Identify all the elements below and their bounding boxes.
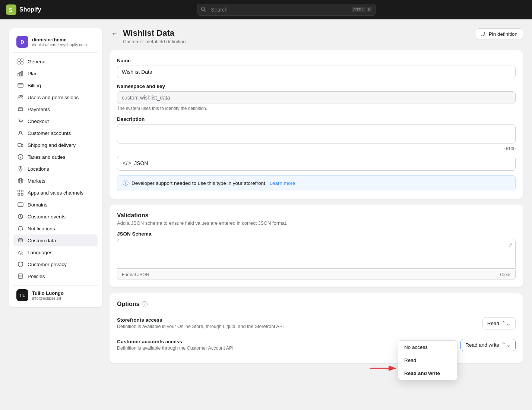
svg-point-20	[19, 146, 19, 147]
main-content: ← Wishlist Data Customer metafield defin…	[110, 28, 523, 401]
nav-apps[interactable]: Apps and sales channels	[13, 187, 98, 199]
description-input[interactable]	[117, 124, 516, 144]
clear-json-button[interactable]: Clear	[500, 272, 511, 277]
pin-button-label: Pin definition	[489, 31, 517, 37]
billing-icon	[17, 82, 24, 89]
customer-events-label: Customer events	[28, 214, 66, 220]
svg-text:文: 文	[20, 251, 23, 255]
nav-plan[interactable]: Plan	[13, 67, 98, 79]
nav-domains[interactable]: Domains	[13, 199, 98, 211]
general-icon	[17, 58, 24, 65]
nav-users[interactable]: Users and permissions	[13, 91, 98, 103]
custom-data-icon	[17, 237, 24, 244]
type-row: </> JSON	[117, 156, 516, 171]
svg-rect-29	[21, 190, 23, 192]
nav-customer-privacy[interactable]: Customer privacy	[13, 258, 98, 270]
json-schema-input[interactable]	[117, 239, 516, 269]
nav-taxes[interactable]: $ Taxes and duties	[13, 151, 98, 163]
dropdown-read-write[interactable]: Read and write	[398, 367, 457, 380]
nav-policies[interactable]: Policies	[13, 270, 98, 282]
ctrl-key: CTRL	[352, 7, 365, 12]
storefronts-select[interactable]: Read ⌃⌄	[482, 317, 516, 329]
users-label: Users and permissions	[28, 95, 79, 100]
options-card: Options i Storefronts access Definition …	[110, 293, 523, 363]
locations-label: Locations	[28, 166, 49, 172]
pin-icon	[481, 32, 487, 37]
name-input[interactable]	[117, 66, 516, 78]
nav-locations[interactable]: Locations	[13, 163, 98, 175]
info-banner: ⓘ Developer support needed to use this t…	[117, 175, 516, 191]
customer-accounts-icon	[17, 130, 24, 136]
users-icon	[17, 94, 24, 101]
nav-general[interactable]: General	[13, 56, 98, 67]
policies-label: Policies	[28, 274, 45, 279]
svg-rect-19	[18, 144, 21, 146]
dropdown-menu: No access Read Read and write	[398, 340, 457, 380]
expand-icon[interactable]: ⤢	[508, 242, 513, 248]
learn-more-link[interactable]: Learn more	[269, 180, 295, 186]
validations-desc: Add a JSON schema to ensure field values…	[117, 220, 516, 226]
languages-icon: A文	[17, 249, 24, 256]
policies-icon	[17, 273, 24, 280]
dropdown-read[interactable]: Read	[398, 354, 457, 367]
info-text: Developer support needed to use this typ…	[132, 180, 266, 186]
namespace-hint: The system uses this to identify the def…	[117, 106, 516, 111]
options-title: Options	[117, 301, 139, 308]
format-json-label[interactable]: Format JSON	[122, 272, 149, 277]
nav-checkout[interactable]: Checkout	[13, 115, 98, 127]
brand-logo: S shopify	[6, 4, 41, 15]
notifications-icon	[17, 225, 24, 232]
nav-languages[interactable]: A文 Languages	[13, 246, 98, 258]
svg-rect-30	[18, 193, 20, 195]
store-info: dionisio-theme dionisio-theme.myshopify.…	[32, 37, 95, 47]
validations-title: Validations	[117, 212, 516, 219]
k-key: K	[367, 7, 372, 12]
back-button[interactable]: ←	[110, 29, 119, 38]
red-arrow-icon	[370, 363, 400, 373]
storefronts-access-row: Storefronts access Definition is availab…	[117, 313, 516, 334]
storefronts-desc: Definition is available in your Online S…	[117, 324, 482, 329]
json-footer: Format JSON Clear	[117, 270, 516, 280]
billing-label: Billing	[28, 83, 41, 88]
domains-label: Domains	[28, 202, 47, 208]
payments-icon	[17, 106, 24, 113]
char-count: 0/100	[117, 146, 516, 151]
namespace-input[interactable]	[117, 91, 516, 104]
json-schema-wrap: ⤢	[117, 239, 516, 270]
nav-custom-data[interactable]: Custom data	[13, 234, 98, 246]
customer-privacy-label: Customer privacy	[28, 262, 67, 267]
name-namespace-card: Name Namespace and key The system uses t…	[110, 50, 523, 199]
customer-accounts-label: Customer accounts	[28, 130, 71, 136]
pin-definition-button[interactable]: Pin definition	[476, 28, 523, 40]
schema-label: JSON Schema	[117, 231, 516, 237]
nav-notifications[interactable]: Notifications	[13, 223, 98, 234]
taxes-icon: $	[17, 154, 24, 160]
options-title-row: Options i	[117, 301, 516, 308]
svg-line-3	[205, 10, 206, 12]
checkout-icon	[17, 118, 24, 124]
storefronts-value: Read	[487, 321, 499, 326]
custom-data-label: Custom data	[28, 238, 56, 243]
search-bar[interactable]: CTRL K	[197, 4, 376, 16]
svg-text:S: S	[9, 7, 12, 13]
customer-events-icon	[17, 213, 24, 220]
name-label: Name	[117, 58, 516, 63]
nav-billing[interactable]: Billing	[13, 79, 98, 91]
nav-customer-accounts[interactable]: Customer accounts	[13, 127, 98, 139]
nav-markets[interactable]: Markets	[13, 175, 98, 187]
svg-rect-10	[22, 71, 23, 76]
notifications-label: Notifications	[28, 226, 55, 231]
store-name: dionisio-theme	[32, 37, 95, 42]
namespace-label: Namespace and key	[117, 83, 516, 89]
sidebar: D dionisio-theme dionisio-theme.myshopif…	[9, 28, 102, 307]
dropdown-no-access[interactable]: No access	[398, 341, 457, 354]
svg-point-16	[20, 123, 21, 123]
customer-accounts-select[interactable]: Read and write ⌃⌄	[460, 339, 516, 351]
nav-payments[interactable]: Payments	[13, 103, 98, 115]
nav-shipping[interactable]: Shipping and delivery	[13, 139, 98, 151]
page-header-left: ← Wishlist Data Customer metafield defin…	[110, 28, 186, 44]
apps-label: Apps and sales channels	[28, 190, 83, 196]
nav-customer-events[interactable]: Customer events	[13, 211, 98, 223]
search-input[interactable]	[197, 4, 376, 16]
user-avatar: TL	[16, 289, 28, 301]
